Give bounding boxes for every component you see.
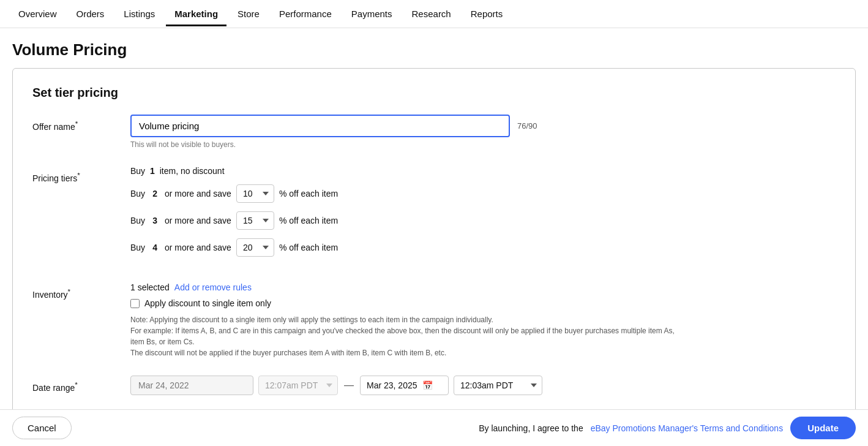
nav-bar: Overview Orders Listings Marketing Store… [0, 0, 868, 28]
inventory-note: Note: Applying the discount to a single … [130, 314, 681, 358]
nav-overview[interactable]: Overview [10, 1, 65, 26]
end-date-text: Mar 23, 2025 [367, 380, 417, 390]
apply-discount-checkbox[interactable] [130, 299, 140, 308]
nav-store[interactable]: Store [229, 1, 268, 26]
cancel-button[interactable]: Cancel [12, 417, 72, 439]
tier-1-row: Buy 1 item, no discount [130, 166, 836, 176]
inventory-content: 1 selected Add or remove rules Apply dis… [130, 282, 836, 358]
end-time-select[interactable]: 12:03am PDT [454, 376, 542, 395]
pricing-tiers-row: Pricing tiers* Buy 1 item, no discount B… [32, 166, 836, 265]
nav-performance[interactable]: Performance [271, 1, 340, 26]
footer-right: By launching, I agree to the eBay Promot… [479, 417, 856, 439]
pricing-tiers-content: Buy 1 item, no discount Buy 2 or more an… [130, 166, 836, 265]
inventory-selected-count: 1 selected [130, 282, 170, 292]
offer-name-hint: This will not be visible to buyers. [130, 140, 836, 149]
date-range-row: Date range* 12:07am PDT — Mar 23, 2025 📅… [32, 376, 836, 395]
pricing-tiers-label: Pricing tiers* [32, 166, 130, 183]
tier-4-row: Buy 4 or more and save 10 15 20 % off ea… [130, 238, 836, 257]
inventory-label: Inventory* [32, 282, 130, 300]
nav-reports[interactable]: Reports [462, 1, 512, 26]
tier-3-row: Buy 3 or more and save 10 15 20 % off ea… [130, 211, 836, 230]
start-time-select: 12:07am PDT [258, 376, 338, 395]
set-tier-pricing-card: Set tier pricing Offer name* 76/90 This … [12, 68, 856, 433]
tier-4-discount-select[interactable]: 10 15 20 [236, 238, 274, 257]
end-date-input-container[interactable]: Mar 23, 2025 📅 [360, 376, 449, 395]
offer-name-content: 76/90 This will not be visible to buyers… [130, 115, 836, 149]
start-date-input [130, 376, 253, 395]
update-button[interactable]: Update [790, 417, 856, 439]
tier-3-discount-select[interactable]: 10 15 20 [236, 211, 274, 230]
agreement-text: By launching, I agree to the [479, 423, 583, 433]
date-separator: — [343, 380, 355, 391]
char-count: 76/90 [517, 121, 537, 130]
apply-discount-row: Apply discount to single item only [130, 298, 836, 308]
date-range-label: Date range* [32, 376, 130, 393]
inventory-row: Inventory* 1 selected Add or remove rule… [32, 282, 836, 358]
page-title: Volume Pricing [0, 28, 868, 68]
calendar-icon[interactable]: 📅 [422, 380, 433, 390]
terms-link[interactable]: eBay Promotions Manager's Terms and Cond… [591, 423, 783, 433]
nav-research[interactable]: Research [403, 1, 460, 26]
nav-listings[interactable]: Listings [115, 1, 163, 26]
offer-name-label: Offer name* [32, 115, 130, 132]
tier-2-row: Buy 2 or more and save 10 15 20 % off ea… [130, 184, 836, 203]
date-range-content: 12:07am PDT — Mar 23, 2025 📅 12:03am PDT [130, 376, 836, 395]
nav-orders[interactable]: Orders [68, 1, 113, 26]
offer-name-input[interactable] [130, 115, 510, 137]
nav-marketing[interactable]: Marketing [166, 1, 226, 26]
footer: Cancel By launching, I agree to the eBay… [0, 409, 868, 446]
card-title: Set tier pricing [32, 86, 836, 100]
tier-2-discount-select[interactable]: 10 15 20 [236, 184, 274, 203]
offer-name-row: Offer name* 76/90 This will not be visib… [32, 115, 836, 149]
apply-discount-label[interactable]: Apply discount to single item only [144, 298, 271, 308]
add-remove-rules-link[interactable]: Add or remove rules [174, 282, 252, 292]
nav-payments[interactable]: Payments [343, 1, 401, 26]
